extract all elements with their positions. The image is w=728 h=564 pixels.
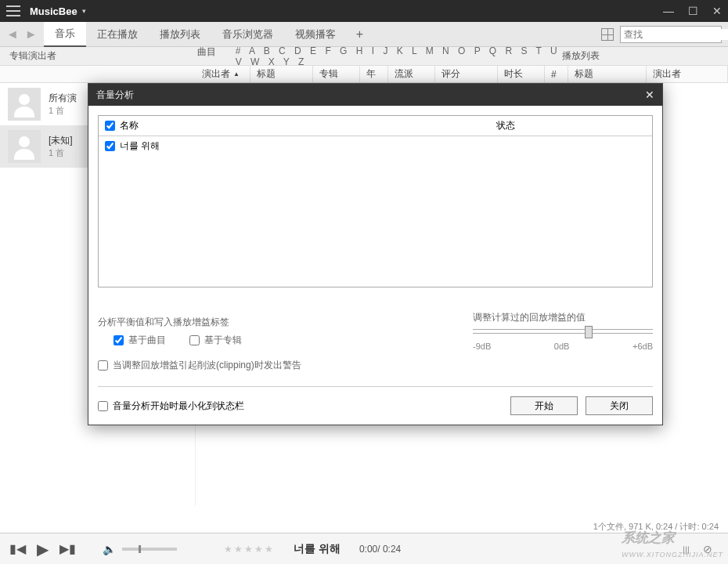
window-controls: — ☐ ✕ [663,5,722,17]
tab-playlists[interactable]: 播放列表 [149,22,211,47]
slider-thumb[interactable] [585,326,593,338]
minimize-icon[interactable]: — [663,5,674,17]
row-checkbox[interactable] [105,141,115,151]
table-row[interactable]: 너를 위해 [99,136,652,156]
sort-asc-icon: ▲ [233,70,240,78]
gain-slider[interactable] [473,329,653,334]
equalizer-icon[interactable]: ⫼ [681,543,692,555]
select-all-checkbox[interactable] [105,121,115,131]
volume-analysis-dialog: 音量分析 ✕ 名称 状态 너를 위해 分析平衡值和写入播放增益标签 基于曲目 基… [88,83,663,425]
app-title: MusicBee [30,5,77,17]
col-state[interactable]: 状态 [496,119,646,132]
next-track-icon[interactable]: ▶▮ [59,541,76,556]
menu-icon[interactable] [6,5,20,16]
start-button[interactable]: 开始 [510,396,578,415]
col-year[interactable]: 年 [360,66,388,82]
add-tab-icon[interactable]: + [347,27,373,42]
search-box[interactable]: 🔍 [620,26,722,43]
back-icon[interactable]: ◄ [6,27,19,42]
rating-stars[interactable]: ★★★★★ [224,544,275,555]
navbar: ◄ ► 音乐 正在播放 播放列表 音乐浏览器 视频播客 + 🔍 [0,22,728,47]
col-genre[interactable]: 流派 [388,66,435,82]
search-input[interactable] [624,29,728,40]
close-icon[interactable]: ✕ [712,5,722,17]
artist-name: 所有演 [49,92,77,105]
header-playlist-label: 播放列表 [562,49,719,63]
close-button[interactable]: 关闭 [586,396,653,415]
track-table: 名称 状态 너를 위해 [98,115,653,287]
player-bar: ▮◀ ▶ ▶▮ 🔈 ★★★★★ 너를 위해 0:00/ 0:24 ⫼ ⊘ [0,533,728,564]
tab-now-playing[interactable]: 正在播放 [86,22,149,47]
track-time: 0:00/ 0:24 [359,544,401,555]
header-track-label: 曲目 [197,45,236,67]
slider-mark-high: +6dB [632,342,653,351]
dialog-close-icon[interactable]: ✕ [645,89,654,101]
tab-music[interactable]: 音乐 [44,22,86,47]
slider-mark-mid: 0dB [554,342,570,351]
avatar-icon [8,130,41,163]
col-album[interactable]: 专辑 [313,66,360,82]
section-header: 专辑演出者 曲目 # A B C D E F G H I J K L M N O… [0,47,728,66]
volume-slider[interactable] [122,548,177,551]
tab-video[interactable]: 视频播客 [284,22,347,47]
col-name[interactable]: 名称 [120,119,139,132]
track-title: 너를 위해 [294,542,341,556]
layout-grid-icon[interactable] [601,28,614,41]
opt-by-track[interactable]: 基于曲目 [114,334,166,347]
col-performer[interactable]: 演出者▲ [196,66,250,82]
col-rating[interactable]: 评分 [435,66,498,82]
play-icon[interactable]: ▶ [37,540,49,559]
option-group-label: 分析平衡值和写入播放增益标签 [98,316,473,329]
artist-name: [未知] [49,134,73,147]
maximize-icon[interactable]: ☐ [688,5,698,17]
col-performer2[interactable]: 演出者 [647,66,728,82]
title-dropdown-icon[interactable]: ▾ [82,7,86,15]
col-duration[interactable]: 时长 [498,66,545,82]
alpha-index[interactable]: # A B C D E F G H I J K L M N O P Q R S … [236,45,562,67]
table-header: 名称 状态 [99,116,652,136]
row-name: 너를 위해 [120,139,160,153]
artist-count: 1 首 [49,147,73,159]
dialog-title: 音量分析 [96,89,134,102]
col-title[interactable]: 标题 [250,66,313,82]
lastfm-icon[interactable]: ⊘ [703,543,712,555]
avatar-icon [8,88,41,121]
opt-minimize[interactable]: 音量分析开始时最小化到状态栏 [98,400,503,413]
opt-clipping-warning[interactable]: 当调整回放增益引起削波(clipping)时发出警告 [98,359,653,372]
divider [98,386,653,387]
artist-count: 1 首 [49,105,77,117]
prev-track-icon[interactable]: ▮◀ [9,541,26,556]
titlebar: MusicBee ▾ — ☐ ✕ [0,0,728,22]
dialog-titlebar: 音量分析 ✕ [88,84,662,106]
volume-icon[interactable]: 🔈 [103,543,116,555]
slider-label: 调整计算过的回放增益的值 [473,311,653,324]
opt-by-album[interactable]: 基于专辑 [189,334,242,347]
tab-browser[interactable]: 音乐浏览器 [211,22,284,47]
col-title2[interactable]: 标题 [568,66,647,82]
header-artist-label: 专辑演出者 [9,49,197,63]
slider-mark-low: -9dB [473,342,491,351]
now-playing: ★★★★★ 너를 위해 0:00/ 0:24 [224,542,681,556]
col-num[interactable]: # [545,66,568,82]
status-bar: 1个文件, 971 K, 0:24 / 计时: 0:24 [593,521,719,533]
columns-header: 演出者▲ 标题 专辑 年 流派 评分 时长 # 标题 演出者 [0,66,728,83]
forward-icon[interactable]: ► [25,27,38,42]
